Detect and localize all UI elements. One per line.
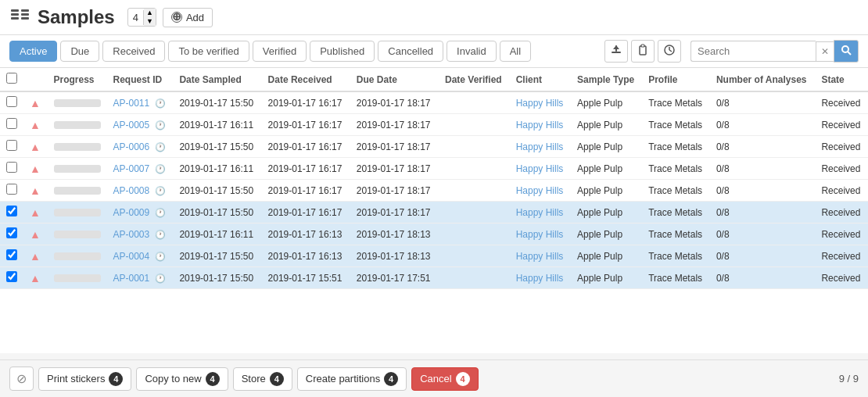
row-date-verified: [439, 267, 510, 289]
row-progress: [48, 245, 107, 267]
row-checkbox[interactable]: [6, 140, 17, 151]
row-checkbox[interactable]: [6, 118, 17, 129]
row-progress: [48, 202, 107, 224]
request-id-link[interactable]: AP-0006: [113, 141, 150, 152]
row-checkbox[interactable]: [6, 271, 17, 282]
row-client[interactable]: Happy Hills: [510, 114, 571, 136]
store-button[interactable]: Store 4: [233, 367, 292, 391]
request-id-link[interactable]: AP-0008: [113, 185, 150, 196]
client-link[interactable]: Happy Hills: [516, 120, 564, 131]
tab-to-be-verified[interactable]: To be verified: [168, 41, 249, 62]
row-request-id[interactable]: AP-0008 🕐: [107, 180, 174, 202]
client-link[interactable]: Happy Hills: [516, 185, 564, 196]
tab-received[interactable]: Received: [102, 41, 165, 62]
no-action-button[interactable]: ⊘: [9, 367, 34, 391]
row-request-id[interactable]: AP-0011 🕐: [107, 91, 174, 114]
row-sample-type: Apple Pulp: [571, 114, 642, 136]
row-progress: [48, 180, 107, 202]
row-date-received: 2019-01-17 15:51: [262, 267, 350, 289]
row-checkbox-cell[interactable]: [0, 180, 23, 202]
tab-active[interactable]: Active: [9, 41, 57, 62]
search-button[interactable]: [834, 40, 859, 63]
row-checkbox-cell[interactable]: [0, 202, 23, 224]
row-checkbox[interactable]: [6, 227, 17, 238]
request-id-link[interactable]: AP-0011: [113, 98, 150, 109]
row-checkbox[interactable]: [6, 184, 17, 195]
tab-verified[interactable]: Verified: [253, 41, 307, 62]
row-checkbox-cell[interactable]: [0, 245, 23, 267]
request-id-link[interactable]: AP-0009: [113, 207, 150, 218]
row-checkbox-cell[interactable]: [0, 114, 23, 136]
svg-rect-3: [21, 9, 29, 12]
row-client[interactable]: Happy Hills: [510, 180, 571, 202]
print-stickers-button[interactable]: Print stickers 4: [38, 367, 131, 391]
priority-icon: ▲: [30, 206, 41, 219]
counter-up[interactable]: ▲: [144, 9, 156, 17]
search-clear-button[interactable]: ✕: [816, 41, 834, 62]
row-request-id[interactable]: AP-0006 🕐: [107, 136, 174, 158]
row-request-id[interactable]: AP-0004 🕐: [107, 245, 174, 267]
tab-cancelled[interactable]: Cancelled: [378, 41, 443, 62]
row-request-id[interactable]: AP-0005 🕐: [107, 114, 174, 136]
client-link[interactable]: Happy Hills: [516, 251, 564, 262]
upload-icon-btn[interactable]: [604, 40, 628, 63]
row-request-id[interactable]: AP-0009 🕐: [107, 202, 174, 224]
client-link[interactable]: Happy Hills: [516, 207, 564, 218]
clock-icon-btn[interactable]: [658, 40, 681, 63]
row-checkbox-cell[interactable]: [0, 267, 23, 289]
row-checkbox-cell[interactable]: [0, 158, 23, 180]
row-checkbox-cell[interactable]: [0, 224, 23, 245]
request-id-link[interactable]: AP-0001: [113, 273, 150, 284]
row-client[interactable]: Happy Hills: [510, 267, 571, 289]
cancel-button[interactable]: Cancel 4: [411, 367, 478, 391]
table-container: Progress Request ID Date Sampled Date Re…: [0, 68, 868, 353]
tab-invalid[interactable]: Invalid: [447, 41, 497, 62]
row-client[interactable]: Happy Hills: [510, 202, 571, 224]
client-link[interactable]: Happy Hills: [516, 273, 564, 284]
row-checkbox[interactable]: [6, 96, 17, 107]
tab-all[interactable]: All: [500, 41, 531, 62]
svg-line-15: [848, 52, 851, 55]
row-request-id[interactable]: AP-0007 🕐: [107, 158, 174, 180]
progress-bar-bg: [54, 187, 101, 195]
row-checkbox[interactable]: [6, 249, 17, 260]
row-checkbox[interactable]: [6, 162, 17, 173]
add-button[interactable]: ⊕ Add: [163, 8, 213, 27]
request-id-link[interactable]: AP-0007: [113, 163, 150, 174]
row-state: Received: [815, 224, 868, 245]
row-client[interactable]: Happy Hills: [510, 91, 571, 114]
counter-down[interactable]: ▼: [144, 17, 156, 26]
row-date-received: 2019-01-17 16:17: [262, 202, 350, 224]
progress-bar-bg: [54, 274, 101, 282]
table-row: ▲ AP-0001 🕐 2019-01-17 15:50 2019-01-17 …: [0, 267, 868, 289]
select-all-checkbox[interactable]: [6, 73, 17, 84]
row-checkbox-cell[interactable]: [0, 136, 23, 158]
row-request-id[interactable]: AP-0003 🕐: [107, 224, 174, 245]
copy-to-new-badge: 4: [206, 372, 220, 386]
row-client[interactable]: Happy Hills: [510, 224, 571, 245]
request-id-link[interactable]: AP-0004: [113, 251, 150, 262]
row-sample-type: Apple Pulp: [571, 91, 642, 114]
copy-to-new-button[interactable]: Copy to new 4: [136, 367, 228, 391]
row-checkbox[interactable]: [6, 206, 17, 216]
client-link[interactable]: Happy Hills: [516, 163, 564, 174]
row-checkbox-cell[interactable]: [0, 91, 23, 114]
page-title: Samples: [38, 6, 115, 28]
request-id-link[interactable]: AP-0003: [113, 229, 150, 240]
row-progress: [48, 267, 107, 289]
row-client[interactable]: Happy Hills: [510, 136, 571, 158]
row-client[interactable]: Happy Hills: [510, 245, 571, 267]
priority-icon: ▲: [30, 97, 41, 109]
client-link[interactable]: Happy Hills: [516, 229, 564, 240]
request-id-link[interactable]: AP-0005: [113, 120, 150, 131]
create-partitions-button[interactable]: Create partitions 4: [297, 367, 407, 391]
client-link[interactable]: Happy Hills: [516, 98, 564, 109]
client-link[interactable]: Happy Hills: [516, 141, 564, 152]
clipboard-icon-btn[interactable]: [631, 40, 655, 63]
row-client[interactable]: Happy Hills: [510, 158, 571, 180]
tab-published[interactable]: Published: [310, 41, 375, 62]
select-all-header[interactable]: [0, 68, 23, 91]
search-input[interactable]: [690, 41, 816, 62]
row-request-id[interactable]: AP-0001 🕐: [107, 267, 174, 289]
tab-due[interactable]: Due: [60, 41, 99, 62]
